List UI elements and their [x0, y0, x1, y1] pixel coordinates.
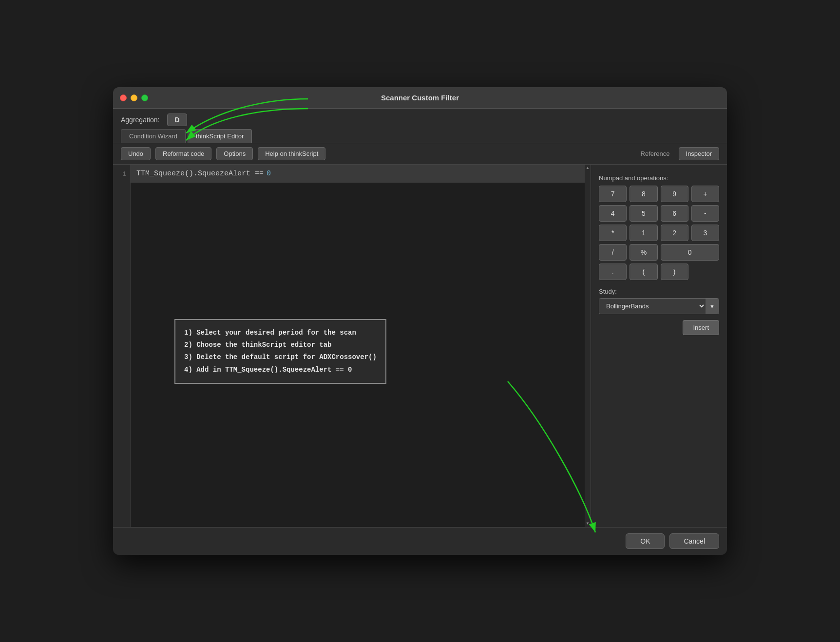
instruction-line-3: 3) Delete the default script for ADXCros…: [184, 351, 377, 363]
numpad-7[interactable]: 7: [599, 186, 627, 202]
undo-button[interactable]: Undo: [121, 147, 151, 160]
inspector-button[interactable]: Inspector: [679, 147, 719, 160]
traffic-lights: [120, 94, 148, 101]
instruction-box: 1) Select your desired period for the sc…: [174, 319, 386, 384]
scroll-down-arrow[interactable]: ▼: [585, 521, 590, 526]
main-content: 1 TTM_Squeeze().SqueezeAlert == 0 1) Sel…: [113, 165, 727, 527]
study-select[interactable]: BollingerBands TTM_Squeeze ADXCrossover …: [599, 299, 706, 314]
code-number: 0: [267, 170, 271, 178]
numpad-divide[interactable]: /: [599, 244, 627, 261]
numpad-close-paren[interactable]: ): [661, 264, 688, 280]
code-body[interactable]: 1) Select your desired period for the sc…: [131, 183, 585, 527]
study-section: Study: BollingerBands TTM_Squeeze ADXCro…: [599, 288, 719, 335]
main-window: Scanner Custom Filter Aggregation: D Con…: [113, 87, 727, 555]
reformat-button[interactable]: Reformat code: [155, 147, 211, 160]
study-dropdown-arrow[interactable]: ▼: [706, 299, 719, 314]
scroll-up-arrow[interactable]: ▲: [585, 166, 590, 170]
numpad-9[interactable]: 9: [661, 186, 688, 202]
editor-panel: 1 TTM_Squeeze().SqueezeAlert == 0 1) Sel…: [113, 165, 591, 527]
help-button[interactable]: Help on thinkScript: [258, 147, 325, 160]
numpad-plus[interactable]: +: [691, 186, 719, 202]
numpad-2[interactable]: 2: [661, 225, 688, 241]
toolbar: Undo Reformat code Options Help on think…: [113, 143, 727, 165]
instruction-line-1: 1) Select your desired period for the sc…: [184, 327, 377, 339]
tab-thinkscript-editor[interactable]: thinkScript Editor: [188, 129, 252, 143]
line-numbers: 1: [113, 165, 131, 527]
numpad-8[interactable]: 8: [630, 186, 657, 202]
numpad-6[interactable]: 6: [661, 205, 688, 222]
instruction-line-4: 4) Add in TTM_Squeeze().SqueezeAlert == …: [184, 364, 377, 376]
header-bar: Aggregation: D: [113, 109, 727, 126]
study-select-container: BollingerBands TTM_Squeeze ADXCrossover …: [599, 298, 719, 314]
numpad-1[interactable]: 1: [630, 225, 657, 241]
numpad-5[interactable]: 5: [630, 205, 657, 222]
line-number-1: 1: [117, 170, 126, 178]
numpad-dot[interactable]: .: [599, 264, 627, 280]
window-title: Scanner Custom Filter: [381, 94, 459, 102]
numpad-label: Numpad and operations:: [599, 174, 719, 182]
insert-button[interactable]: Insert: [683, 320, 719, 335]
numpad-multiply[interactable]: *: [599, 225, 627, 241]
editor-area-wrapper: 1 TTM_Squeeze().SqueezeAlert == 0 1) Sel…: [113, 165, 591, 527]
cancel-button[interactable]: Cancel: [669, 533, 719, 549]
aggregation-label: Aggregation:: [121, 116, 159, 124]
numpad-3[interactable]: 3: [691, 225, 719, 241]
reference-link[interactable]: Reference: [641, 150, 670, 157]
aggregation-button[interactable]: D: [167, 113, 187, 126]
tab-condition-wizard[interactable]: Condition Wizard: [121, 129, 186, 143]
maximize-button[interactable]: [141, 94, 148, 101]
code-first-line: TTM_Squeeze().SqueezeAlert == 0: [131, 165, 585, 183]
numpad-percent[interactable]: %: [630, 244, 657, 261]
study-label: Study:: [599, 288, 719, 295]
numpad-section: Numpad and operations: 7 8 9 + 4 5 6 - *…: [599, 174, 719, 280]
numpad-0[interactable]: 0: [661, 244, 720, 261]
editor-lines-area: TTM_Squeeze().SqueezeAlert == 0 1) Selec…: [131, 165, 585, 527]
minimize-button[interactable]: [131, 94, 137, 101]
ok-button[interactable]: OK: [626, 533, 665, 549]
numpad-minus[interactable]: -: [691, 205, 719, 222]
editor-scrollbar[interactable]: ▲ ▼: [585, 165, 591, 527]
titlebar: Scanner Custom Filter: [113, 87, 727, 109]
instruction-line-2: 2) Choose the thinkScript editor tab: [184, 339, 377, 351]
footer: OK Cancel: [113, 527, 727, 555]
numpad-open-paren[interactable]: (: [630, 264, 657, 280]
tabs-bar: Condition Wizard thinkScript Editor: [113, 126, 727, 143]
numpad-4[interactable]: 4: [599, 205, 627, 222]
options-button[interactable]: Options: [216, 147, 253, 160]
code-keyword: TTM_Squeeze().SqueezeAlert ==: [136, 170, 264, 178]
close-button[interactable]: [120, 94, 127, 101]
right-panel: Numpad and operations: 7 8 9 + 4 5 6 - *…: [591, 165, 727, 527]
numpad-grid: 7 8 9 + 4 5 6 - * 1 2 3 / % 0 . (: [599, 186, 719, 280]
